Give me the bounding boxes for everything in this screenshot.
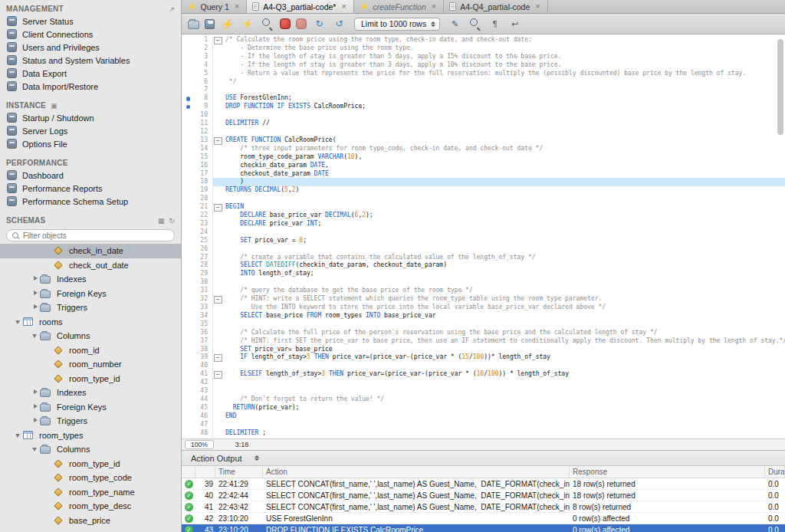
output-col-time[interactable]: Time: [215, 466, 263, 478]
code-line-10[interactable]: 10: [182, 111, 785, 120]
code-line-6[interactable]: 6 */: [182, 78, 785, 87]
disclosure-right-icon[interactable]: [31, 303, 40, 312]
tree-item-base-price[interactable]: base_price: [0, 514, 181, 528]
code-line-38[interactable]: 38 SET price_var= base_price: [182, 346, 785, 354]
code-line-3[interactable]: 3 - If the length of stay is greater tha…: [182, 53, 785, 61]
code-line-31[interactable]: 31 /* query the database to get the base…: [182, 287, 785, 295]
code-line-18[interactable]: 18 ): [182, 178, 785, 186]
code-line-13[interactable]: 13CREATE FUNCTION CalcRoomPrice(: [182, 136, 785, 145]
expand-panel-icon[interactable]: ↗: [169, 5, 175, 13]
beautify-icon[interactable]: ✎: [448, 17, 462, 31]
limit-rows-dropdown[interactable]: Limit to 1000 rows: [354, 18, 440, 31]
code-line-24[interactable]: 24: [182, 228, 785, 237]
execute-current-icon[interactable]: ⚡: [240, 17, 255, 31]
output-col-action[interactable]: Action: [263, 466, 570, 478]
invisible-chars-icon[interactable]: ¶: [488, 17, 502, 31]
tree-item-room-type-desc[interactable]: room_type_desc: [0, 499, 181, 514]
disclosure-down-icon[interactable]: [14, 317, 23, 327]
output-panel-selector-icon[interactable]: [255, 455, 259, 461]
code-line-7[interactable]: 7: [182, 86, 785, 94]
code-line-43[interactable]: 43: [182, 387, 785, 396]
code-line-48[interactable]: 48DELIMITER ;: [182, 429, 785, 438]
tree-item-indexes[interactable]: Indexes: [0, 272, 181, 287]
tree-item-room-type-id[interactable]: room_type_id: [0, 457, 181, 471]
zoom-level[interactable]: 100%: [185, 440, 214, 449]
code-line-27[interactable]: 27 /* create a variable that contains th…: [182, 254, 785, 262]
tree-item-room-type-id[interactable]: room_type_id: [0, 372, 181, 386]
tree-item-indexes[interactable]: Indexes: [0, 386, 181, 400]
tree-item-check-out-date[interactable]: check_out_date: [0, 258, 181, 273]
code-line-32[interactable]: 32 /* HINT: write a SELECT statement whi…: [182, 295, 785, 304]
code-line-44[interactable]: 44 /* Don't forget to return the value! …: [182, 396, 785, 404]
fold-marker-icon[interactable]: [213, 36, 223, 44]
close-tab-icon[interactable]: ×: [341, 2, 346, 11]
code-line-12[interactable]: 12: [182, 128, 785, 136]
sidebar-item-performance-schema-setup[interactable]: Performance Schema Setup: [0, 195, 181, 208]
code-line-36[interactable]: 36 /* Calculate the full price of the pe…: [182, 329, 785, 337]
sql-editor[interactable]: 1/* Calculate the room price using the r…: [182, 34, 785, 438]
editor-scrollbar[interactable]: [777, 39, 783, 434]
code-line-35[interactable]: 35: [182, 320, 785, 329]
save-script-icon[interactable]: [205, 19, 215, 29]
code-line-4[interactable]: 4 - If the length of stay is greater tha…: [182, 61, 785, 70]
code-line-37[interactable]: 37 /* HINT: first SET the price_var to b…: [182, 337, 785, 346]
tree-item-foreign-keys[interactable]: Foreign Keys: [0, 287, 181, 301]
sidebar-item-users-and-privileges[interactable]: Users and Privileges: [0, 41, 181, 54]
disclosure-right-icon[interactable]: [31, 274, 40, 284]
code-line-45[interactable]: 45 RETURN(price_var);: [182, 404, 785, 412]
code-line-8[interactable]: 8USE ForestGlenInn;: [182, 94, 785, 103]
tree-item-rooms[interactable]: rooms: [0, 315, 181, 330]
execute-icon[interactable]: ⚡: [220, 17, 235, 31]
output-col-response[interactable]: Response: [570, 466, 765, 478]
code-line-46[interactable]: 46END: [182, 412, 785, 421]
fold-marker-icon[interactable]: [213, 370, 223, 379]
close-tab-icon[interactable]: ×: [432, 2, 436, 11]
sidebar-item-data-export[interactable]: Data Export: [0, 67, 181, 80]
close-tab-icon[interactable]: ×: [535, 2, 540, 11]
code-line-28[interactable]: 28 SELECT DATEDIFF(checkin_date_param, c…: [182, 261, 785, 270]
stop-icon[interactable]: [280, 18, 291, 29]
tree-item-columns[interactable]: Columns: [0, 442, 181, 457]
code-line-11[interactable]: 11DELIMITER //: [182, 120, 785, 128]
sidebar-item-server-status[interactable]: Server Status: [0, 15, 181, 28]
code-line-20[interactable]: 20: [182, 195, 785, 203]
code-line-26[interactable]: 26: [182, 245, 785, 254]
output-row-41[interactable]: ✓4122:43:42SELECT CONCAT(first_name,' ',…: [182, 501, 785, 513]
tab-a4-q3-partial-code[interactable]: A4-Q3_partial-code*×: [247, 0, 354, 13]
tree-item-room-number[interactable]: room_number: [0, 357, 181, 372]
instance-config-icon[interactable]: ▣: [51, 102, 57, 110]
code-line-30[interactable]: 30: [182, 278, 785, 287]
tree-item-room-id[interactable]: room_id: [0, 343, 181, 358]
output-col-duration[interactable]: Duration / Fetch: [765, 466, 785, 478]
code-line-16[interactable]: 16 checkin_date_param DATE,: [182, 162, 785, 170]
sidebar-item-status-and-system-variables[interactable]: Status and System Variables: [0, 54, 181, 67]
code-line-5[interactable]: 5 - Return a value that represents the p…: [182, 70, 785, 78]
sidebar-item-performance-reports[interactable]: Performance Reports: [0, 182, 181, 195]
code-line-34[interactable]: 34 SELECT base_price FROM room_types INT…: [182, 312, 785, 320]
code-line-15[interactable]: 15 room_type_code_param VARCHAR(10),: [182, 153, 785, 162]
fold-marker-icon[interactable]: [213, 353, 223, 362]
output-row-43[interactable]: ✓4323:10:20DROP FUNCTION IF EXISTS CalcR…: [182, 524, 785, 532]
schema-tools-icon[interactable]: ▦: [158, 217, 165, 225]
schema-filter-input[interactable]: [23, 232, 169, 240]
code-line-25[interactable]: 25 SET price_var = 0;: [182, 237, 785, 245]
fold-marker-icon[interactable]: [213, 203, 223, 212]
sidebar-item-data-import-restore[interactable]: Data Import/Restore: [0, 80, 181, 93]
tab-a4-q4-partial-code[interactable]: A4-Q4_partial-code×: [444, 0, 548, 13]
sidebar-item-options-file[interactable]: Options File: [0, 137, 181, 150]
sidebar-item-dashboard[interactable]: Dashboard: [0, 169, 181, 182]
tree-item-room-type-name[interactable]: room_type_name: [0, 485, 181, 500]
code-line-17[interactable]: 17 checkout_date_param DATE: [182, 170, 785, 179]
output-row-40[interactable]: ✓4022:42:44SELECT CONCAT(first_name,' ',…: [182, 490, 785, 501]
refresh-schemas-icon[interactable]: ↻: [169, 217, 175, 225]
explain-icon[interactable]: [260, 17, 274, 31]
sidebar-item-server-logs[interactable]: Server Logs: [0, 124, 181, 137]
tree-item-foreign-keys[interactable]: Foreign Keys: [0, 400, 181, 415]
code-line-29[interactable]: 29 INTO length_of_stay;: [182, 270, 785, 278]
disclosure-down-icon[interactable]: [31, 331, 40, 340]
code-line-47[interactable]: 47: [182, 421, 785, 429]
fold-marker-icon[interactable]: [213, 136, 223, 145]
code-line-9[interactable]: 9DROP FUNCTION IF EXISTS CalcRoomPrice;: [182, 103, 785, 111]
code-line-14[interactable]: 14 /* three input parameters for room ty…: [182, 145, 785, 153]
tree-item-room-types[interactable]: room_types: [0, 429, 181, 443]
